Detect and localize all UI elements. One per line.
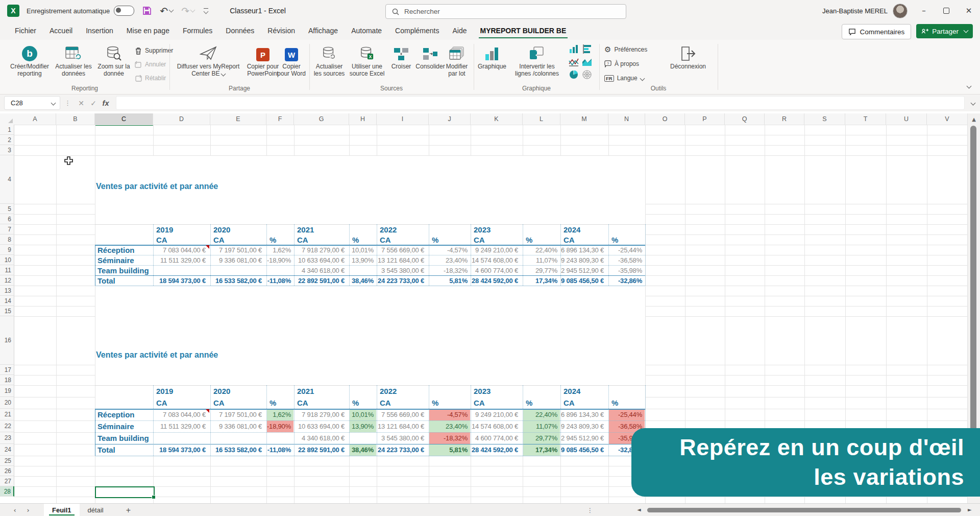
table-cell[interactable]: 4 600 774,00 € xyxy=(471,265,522,275)
table-cell[interactable] xyxy=(211,432,266,444)
table-cell[interactable]: 22 892 591,00 € xyxy=(295,444,349,456)
menu-tab-compl-ments[interactable]: Compléments xyxy=(388,21,446,40)
table-cell[interactable] xyxy=(267,265,293,275)
table-cell[interactable]: 2 945 512,90 € xyxy=(561,432,608,444)
table-cell[interactable]: 23,40% xyxy=(429,255,470,265)
column-header-U[interactable]: U xyxy=(886,113,927,125)
autosave-toggle[interactable] xyxy=(114,6,134,16)
insert-function-icon[interactable]: fx xyxy=(100,99,112,107)
column-header-A[interactable]: A xyxy=(14,113,56,125)
preferences-button[interactable]: ⚙ Préférences xyxy=(604,44,647,55)
row-header-11[interactable]: 11 xyxy=(0,265,14,275)
pie-chart-icon[interactable] xyxy=(569,69,580,82)
scroll-right-icon[interactable]: ► xyxy=(968,507,972,512)
row-header-20[interactable]: 20 xyxy=(0,397,14,409)
horizontal-scroll-thumb[interactable] xyxy=(647,508,961,512)
minimize-button[interactable]: – xyxy=(913,0,935,21)
row-label-réception[interactable]: Réception xyxy=(95,245,153,255)
menu-tab-formules[interactable]: Formules xyxy=(176,21,219,40)
area-chart-icon[interactable] xyxy=(582,57,593,69)
row-label-team-building[interactable]: Team building xyxy=(95,265,153,275)
table-cell[interactable]: 3 545 380,00 € xyxy=(377,432,428,444)
redo-button[interactable]: ↷ xyxy=(181,6,194,16)
table-cell[interactable]: 5,81% xyxy=(429,444,470,456)
table-cell[interactable]: 22,40% xyxy=(523,409,560,420)
row-header-3[interactable]: 3 xyxy=(0,145,14,155)
line-chart-icon[interactable] xyxy=(569,57,580,69)
table-cell[interactable]: -11,08% xyxy=(267,444,293,456)
table-cell[interactable]: 17,34% xyxy=(523,275,560,286)
table-cell[interactable]: 7 918 279,00 € xyxy=(295,245,349,255)
row-label-réception[interactable]: Réception xyxy=(95,409,153,420)
table-cell[interactable]: 11,07% xyxy=(523,420,560,432)
row-header-9[interactable]: 9 xyxy=(0,245,14,255)
share-button[interactable]: Partager xyxy=(916,24,973,38)
table-cell[interactable]: -18,32% xyxy=(429,265,470,275)
table-cell[interactable]: -35,98% xyxy=(609,265,645,275)
row-header-6[interactable]: 6 xyxy=(0,214,14,224)
language-button[interactable]: FR Langue xyxy=(604,73,647,84)
table-cell[interactable]: 13 121 684,00 € xyxy=(377,420,428,432)
user-name[interactable]: Jean-Baptiste MEREL xyxy=(822,7,888,15)
next-sheet-icon[interactable]: › xyxy=(21,506,35,514)
table-cell[interactable]: 22,40% xyxy=(523,245,560,255)
column-header-R[interactable]: R xyxy=(765,113,804,125)
menu-tab-mise-en-page[interactable]: Mise en page xyxy=(120,21,176,40)
row-header-15[interactable]: 15 xyxy=(0,306,14,316)
column-header-G[interactable]: G xyxy=(294,113,349,125)
table-cell[interactable] xyxy=(267,432,293,444)
table-cell[interactable]: 4 340 618,00 € xyxy=(295,432,349,444)
table-cell[interactable]: 28 424 592,00 € xyxy=(471,444,522,456)
avatar[interactable] xyxy=(893,4,908,18)
row-header-16[interactable]: 16 xyxy=(0,316,14,365)
column-header-T[interactable]: T xyxy=(845,113,886,125)
table-cell[interactable]: -4,57% xyxy=(429,409,470,420)
table-cell[interactable]: -36,58% xyxy=(609,255,645,265)
zoom-data-button[interactable]: Zoom sur la donnée xyxy=(95,43,133,77)
column-header-I[interactable]: I xyxy=(377,113,429,125)
table-cell[interactable]: 7 197 501,00 € xyxy=(211,245,266,255)
row-header-27[interactable]: 27 xyxy=(0,476,14,486)
row-header-14[interactable]: 14 xyxy=(0,296,14,306)
menu-tab-donn-es[interactable]: Données xyxy=(219,21,261,40)
table-cell[interactable]: 6 896 134,30 € xyxy=(561,245,608,255)
menu-tab-accueil[interactable]: Accueil xyxy=(43,21,79,40)
table-cell[interactable]: 9 243 809,30 € xyxy=(561,420,608,432)
table-cell[interactable]: -11,08% xyxy=(267,275,293,286)
select-all-corner[interactable] xyxy=(0,113,15,125)
about-button[interactable]: ? À propos xyxy=(604,58,647,69)
table-cell[interactable]: 1,62% xyxy=(267,409,293,420)
column-header-S[interactable]: S xyxy=(804,113,845,125)
table-cell[interactable]: 6 896 134,30 € xyxy=(561,409,608,420)
table-cell[interactable]: 19 085 456,50 € xyxy=(561,275,608,286)
column-header-M[interactable]: M xyxy=(560,113,608,125)
scroll-left-icon[interactable]: ◄ xyxy=(637,507,641,512)
column-header-K[interactable]: K xyxy=(471,113,523,125)
table-cell[interactable]: 4 600 774,00 € xyxy=(471,432,522,444)
column-header-E[interactable]: E xyxy=(210,113,266,125)
table-cell[interactable]: 22 892 591,00 € xyxy=(295,275,349,286)
restore-button[interactable] xyxy=(935,0,958,21)
close-button[interactable]: ✕ xyxy=(958,0,980,21)
table-cell[interactable]: 18 594 373,00 € xyxy=(154,444,210,456)
selected-cell-outline[interactable] xyxy=(95,486,155,498)
table-cell[interactable]: 28 424 592,00 € xyxy=(471,275,522,286)
row-header-22[interactable]: 22 xyxy=(0,420,14,432)
column-header-C[interactable]: C xyxy=(95,113,153,126)
create-modify-reporting-button[interactable]: b Créer/Modifier reporting xyxy=(7,43,52,77)
table-cell[interactable]: -4,57% xyxy=(429,245,470,255)
row-header-2[interactable]: 2 xyxy=(0,135,14,145)
column-header-Q[interactable]: Q xyxy=(725,113,765,125)
cross-button[interactable]: Croiser xyxy=(388,43,414,71)
menu-tab-myreport-builder-be[interactable]: MYREPORT BUILDER BE xyxy=(474,21,573,40)
batch-edit-button[interactable]: Modifier par lot xyxy=(442,43,472,77)
row-header-5[interactable]: 5 xyxy=(0,204,14,214)
menu-tab-aide[interactable]: Aide xyxy=(446,21,473,40)
table-cell[interactable]: 9 249 210,00 € xyxy=(471,409,522,420)
delete-button[interactable]: Supprimer xyxy=(135,45,173,56)
table-cell[interactable]: 16 533 582,00 € xyxy=(211,444,266,456)
share-dropdown-icon[interactable] xyxy=(964,28,969,33)
table-cell[interactable]: 23,40% xyxy=(429,420,470,432)
table-cell[interactable]: 9 243 809,30 € xyxy=(561,255,608,265)
column-header-F[interactable]: F xyxy=(266,113,294,125)
